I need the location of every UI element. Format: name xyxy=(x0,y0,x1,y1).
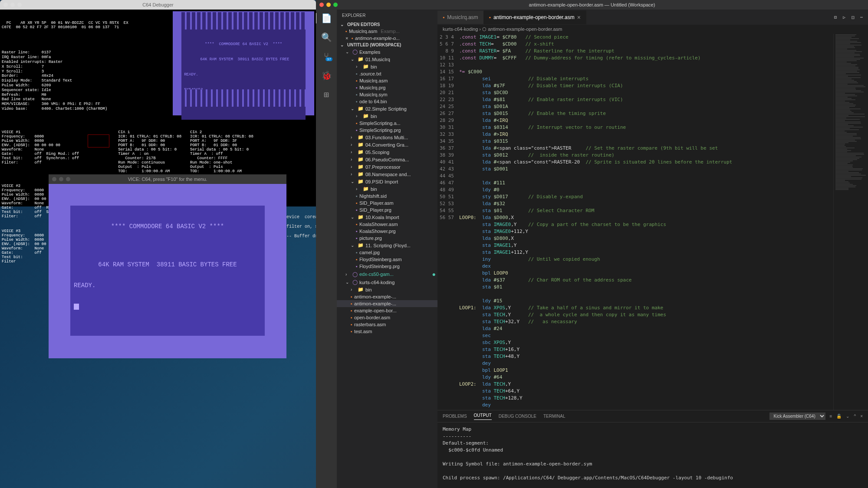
tree-file[interactable]: ▪camel.jpg xyxy=(337,249,437,256)
c64-screen-preview: **** COMMODORE 64 BASIC V2 **** 64K RAM … xyxy=(173,11,314,115)
tree-file[interactable]: ▪KoalaShower.asm xyxy=(337,221,437,228)
minimap[interactable] xyxy=(833,34,868,410)
tree-file[interactable]: ▪example-open-bor... xyxy=(337,307,437,314)
workspace-section[interactable]: ⌄UNTITLED (WORKSPACE) xyxy=(337,42,437,48)
output-tab[interactable]: OUTPUT xyxy=(474,413,492,420)
tree-folder[interactable]: ›📁bin xyxy=(337,63,437,70)
minimize-icon[interactable] xyxy=(326,3,331,7)
more-icon[interactable]: ⋯ xyxy=(860,15,863,20)
editor-tabs: ▪MusicIrq.asm ▪antimon-example-open-bord… xyxy=(437,10,868,25)
tree-file[interactable]: ▪SID_Player.asm xyxy=(337,200,437,206)
tree-folder[interactable]: ⌄📁10.Koala Import xyxy=(337,213,437,221)
tree-folder[interactable]: ⌄📁09.PSID Import xyxy=(337,178,437,185)
split-icon[interactable]: ◫ xyxy=(852,15,854,20)
tree-file[interactable]: ▪MusicIrq.prg xyxy=(337,84,437,91)
collapse-icon[interactable]: ⌄ xyxy=(846,414,849,419)
tree-file[interactable]: ▪FloydSteinberg.asm xyxy=(337,256,437,263)
tree-folder[interactable]: ›📁08.Namespace and... xyxy=(337,170,437,178)
vice-titlebar[interactable]: VICE: C64, press "F10" for the menu. xyxy=(49,174,286,184)
tree-folder[interactable]: ⌄📁11. Scripting (Floyd... xyxy=(337,242,437,249)
line-numbers: 2 3 4 5 6 7 8 9 10 11 12 13 14 15 16 17 … xyxy=(437,34,459,410)
maximize-icon[interactable] xyxy=(66,177,70,181)
c64-ready: READY. xyxy=(184,72,303,78)
vscode-titlebar[interactable]: antimon-example-open-border.asm — Untitl… xyxy=(316,0,868,10)
maximize-icon[interactable] xyxy=(17,3,22,7)
code-content[interactable]: .const IMAGE1= $CF80 // Second piece .co… xyxy=(459,34,833,410)
tree-folder[interactable]: ›◯edx-cs50-gam...● xyxy=(337,270,437,278)
tree-file[interactable]: ▪KoalaShower.prg xyxy=(337,228,437,235)
tree-file[interactable]: ▪SimpleScripting.prg xyxy=(337,127,437,134)
close-icon[interactable] xyxy=(3,3,8,7)
tab-musicirq[interactable]: ▪MusicIrq.asm xyxy=(437,11,484,24)
tab-antimon[interactable]: ▪antimon-example-open-border.asm× xyxy=(484,10,586,24)
tree-file[interactable]: ▪SimpleScripting.a... xyxy=(337,120,437,127)
tree-folder[interactable]: ›📁bin xyxy=(337,112,437,120)
open-editors-section[interactable]: ⌄OPEN EDITORS xyxy=(337,21,437,28)
debug-icon[interactable]: 🐞 xyxy=(321,70,332,81)
debugger-titlebar[interactable]: C64 Debugger xyxy=(0,0,316,10)
tree-file[interactable]: ▪MusicIrq.asm xyxy=(337,77,437,84)
explorer-icon[interactable]: 📄 xyxy=(316,13,336,23)
tree-folder[interactable]: ⌄📁02.Simple Scripting xyxy=(337,105,437,112)
run-icon[interactable]: ▷ xyxy=(843,15,845,20)
tree-file[interactable]: ▪ode to 64.bin xyxy=(337,98,437,105)
vice-ready: READY. xyxy=(74,282,261,289)
tree-file[interactable]: ▪Nightshift.sid xyxy=(337,193,437,200)
tree-folder[interactable]: ›📁bin xyxy=(337,185,437,193)
maximize-icon[interactable]: ^ xyxy=(854,414,856,419)
debugger-title: C64 Debugger xyxy=(142,2,174,7)
tree-folder[interactable]: ›📁03.Functions Multi... xyxy=(337,134,437,141)
tree-folder[interactable]: ⌄◯Examples xyxy=(337,48,437,56)
tree-file[interactable]: ▪MusicIrq.sym xyxy=(337,91,437,98)
tree-folder[interactable]: ⌄◯kurts-c64-koding xyxy=(337,278,437,286)
tree-file[interactable]: ▪.source.txt xyxy=(337,70,437,77)
scm-icon[interactable]: ⑂37 xyxy=(321,51,332,62)
editor-item[interactable]: ▪MusicIrq.asmExamp... xyxy=(337,28,437,35)
maximize-icon[interactable] xyxy=(333,3,338,7)
editor-item[interactable]: ×▪antimon-example-o... xyxy=(337,35,437,42)
debug-info: Raster line: 0137 IRQ Raster line: 00Fa … xyxy=(2,50,173,111)
cpu-registers: PC AR XR YR SP 00 01 NV-BDIZC CC VC YS R… xyxy=(2,21,173,30)
tree-folder[interactable]: ›📁07.Preprocessor xyxy=(337,163,437,170)
minimize-icon[interactable] xyxy=(10,3,15,7)
tree-folder[interactable]: ⌄📁01.MusicIrq xyxy=(337,56,437,63)
tree-file-active[interactable]: ▪antimon-example-... xyxy=(337,300,437,307)
tree-folder[interactable]: ›📁04.Converting Gra... xyxy=(337,141,437,148)
cia1: CIA 1 ICR: 01 CTRLA: 01 CTRLB: 08 PORT A… xyxy=(118,130,181,174)
voice1: VOICE #1 Frequency: 0000 Pulse Width: 00… xyxy=(2,130,79,174)
scm-badge: 37 xyxy=(326,57,332,61)
tree-file[interactable]: ▪open-border.asm xyxy=(337,314,437,321)
extensions-icon[interactable]: ⊞ xyxy=(321,89,332,100)
vscode-title: antimon-example-open-border.asm — Untitl… xyxy=(529,2,655,7)
close-icon[interactable] xyxy=(52,177,56,181)
close-icon[interactable] xyxy=(319,3,324,7)
minimize-icon[interactable] xyxy=(59,177,63,181)
vice-window: VICE: C64, press "F10" for the menu. ***… xyxy=(49,174,286,358)
tree-file[interactable]: ▪test.asm xyxy=(337,328,437,335)
tree-file[interactable]: ▪rasterbars.asm xyxy=(337,321,437,328)
lock-icon[interactable]: 🔓 xyxy=(836,414,842,419)
tree-folder[interactable]: ›📁05.Scoping xyxy=(337,148,437,156)
c64-ram: 64K RAM SYSTEM 38911 BASIC BYTES FREE xyxy=(184,57,303,62)
breadcrumb[interactable]: kurts-c64-koding › ⬡ antimon-example-ope… xyxy=(437,25,868,34)
search-icon[interactable]: 🔍 xyxy=(321,32,332,43)
tree-file[interactable]: ▪antimon-example-... xyxy=(337,293,437,300)
vice-banner: **** COMMODORE 64 BASIC V2 **** xyxy=(74,223,261,230)
clear-icon[interactable]: ≡ xyxy=(830,414,832,419)
problems-tab[interactable]: PROBLEMS xyxy=(443,414,467,419)
close-panel-icon[interactable]: × xyxy=(860,414,863,419)
tree-file[interactable]: ▪SID_Player.prg xyxy=(337,206,437,213)
tree-file[interactable]: ▪picture.prg xyxy=(337,235,437,242)
tree-folder[interactable]: ›📁06.PseudoComma... xyxy=(337,156,437,163)
traffic-lights xyxy=(52,177,70,181)
debug-console-tab[interactable]: DEBUG CONSOLE xyxy=(499,414,536,419)
bottom-panel: PROBLEMS OUTPUT DEBUG CONSOLE TERMINAL K… xyxy=(437,410,868,488)
tree-folder[interactable]: ›📁bin xyxy=(337,286,437,293)
tree-file[interactable]: ▪FloydSteinberg.prg xyxy=(337,263,437,270)
output-channel-select[interactable]: Kick Assembler (C64) xyxy=(769,413,825,420)
terminal-tab[interactable]: TERMINAL xyxy=(543,414,566,419)
traffic-lights xyxy=(319,3,338,7)
compare-icon[interactable]: ⊡ xyxy=(834,15,837,20)
activity-bar: 📄 🔍 ⑂37 🐞 ⊞ xyxy=(316,10,337,488)
close-icon[interactable]: × xyxy=(577,14,581,21)
